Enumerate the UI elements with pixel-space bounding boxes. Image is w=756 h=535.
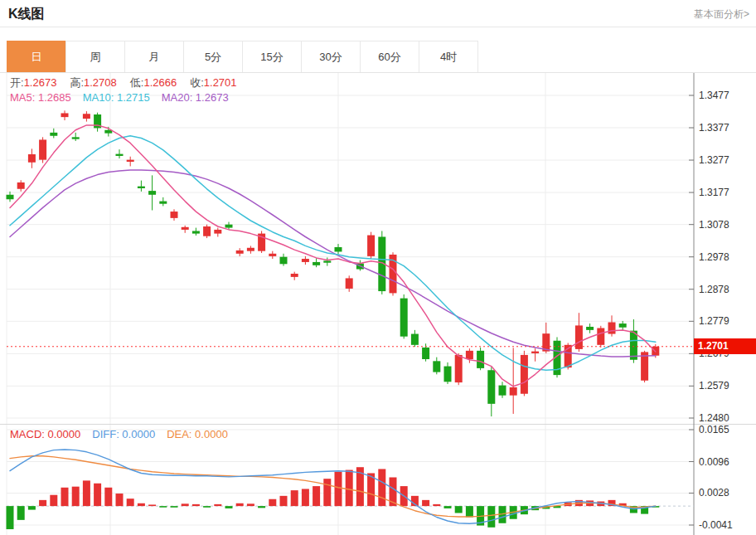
- macd-row-macd: MACD: 0.0000: [10, 428, 80, 440]
- ohlc-readout: 开:1.2673高:1.2708低:1.2666收:1.2701: [10, 75, 250, 90]
- tab-day[interactable]: 日: [7, 41, 66, 73]
- y-axis-label: 1.3078: [699, 219, 729, 231]
- y-axis-label: 1.2480: [699, 412, 729, 424]
- y-axis-label: 1.3477: [699, 90, 729, 101]
- y-axis-label: 1.2779: [699, 315, 729, 327]
- quote-row-open: 开:1.2673: [10, 76, 70, 89]
- interval-tab-bar: 日周月5分15分30分60分4时: [7, 41, 478, 73]
- y-axis-label: 1.2579: [699, 380, 729, 392]
- fundamental-analysis-link[interactable]: 基本面分析>: [694, 7, 749, 22]
- macd-legend: MACD: 0.0000DIFF: 0.0000DEA: 0.0000: [10, 428, 240, 440]
- y-axis-label: 1.2978: [699, 251, 729, 263]
- ma-row-ma20: MA20: 1.2673: [162, 91, 229, 104]
- kline-page: K线图 基本面分析> 日周月5分15分30分60分4时 开:1.2673高:1.…: [0, 0, 756, 535]
- ma-row-ma5: MA5: 1.2685: [10, 91, 71, 104]
- header-divider: [0, 27, 756, 27]
- y-axis-label: 0.0096: [699, 456, 729, 468]
- tab-5min[interactable]: 5分: [183, 41, 243, 73]
- quote-row-high: 高:1.2708: [70, 76, 129, 89]
- y-axis-label: 1.3377: [699, 122, 729, 134]
- quote-row-close: 收:1.2701: [190, 76, 250, 89]
- tab-month[interactable]: 月: [124, 41, 184, 73]
- tab-60min[interactable]: 60分: [360, 41, 419, 73]
- y-axis-label: -0.0041: [699, 519, 733, 531]
- y-axis-label: 1.3277: [699, 154, 729, 166]
- macd-row-dea: DEA: 0.0000: [167, 428, 228, 440]
- ma-row-ma10: MA10: 1.2715: [83, 91, 150, 104]
- macd-row-diff: DIFF: 0.0000: [92, 428, 155, 440]
- tab-week[interactable]: 周: [65, 41, 125, 73]
- page-title: K线图: [8, 6, 45, 23]
- tabbar-bottom-divider: [0, 72, 756, 73]
- ma-legend: MA5: 1.2685MA10: 1.2715MA20: 1.2673: [10, 91, 240, 104]
- y-axis-label: 0.0165: [699, 424, 729, 435]
- quote-row-low: 低:1.2666: [130, 76, 190, 89]
- y-axis-label: 1.2878: [699, 284, 729, 295]
- tab-15min[interactable]: 15分: [242, 41, 302, 73]
- tab-30min[interactable]: 30分: [301, 41, 361, 73]
- tab-4hour[interactable]: 4时: [419, 41, 478, 73]
- y-axis-label: 1.3177: [699, 187, 729, 198]
- current-price-badge: 1.2701: [694, 338, 756, 354]
- y-axis-label: 0.0028: [699, 487, 729, 499]
